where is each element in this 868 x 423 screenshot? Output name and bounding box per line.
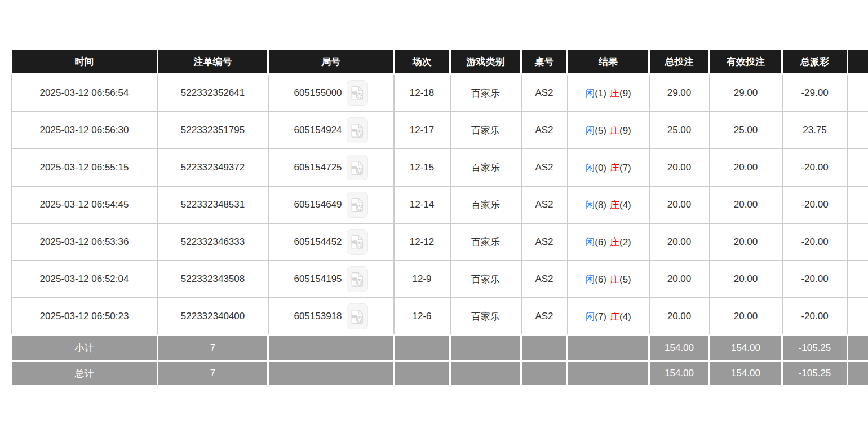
video-file-icon <box>350 309 365 324</box>
cell-valid-bet: 20.00 <box>710 149 782 186</box>
cell-result: 闲(7)庄(4) <box>568 298 649 336</box>
cell-time: 2025-03-12 06:52:04 <box>11 261 158 298</box>
video-replay-button[interactable] <box>347 192 368 218</box>
video-file-icon <box>350 122 365 138</box>
cell-payout: -20.00 <box>782 298 848 336</box>
summary-empty-cell <box>521 336 568 361</box>
round-wrap: 605154649 <box>294 192 367 218</box>
cell-extra <box>848 186 868 223</box>
table-row: 2025-03-12 06:56:54522332352641605155000… <box>11 74 868 112</box>
result-player-label: 闲 <box>585 162 595 173</box>
cell-payout: 23.75 <box>782 112 848 149</box>
video-file-icon <box>350 197 365 213</box>
round-wrap: 605155000 <box>294 80 367 106</box>
bet-records-table: 时间注单编号局号场次游戏类别桌号结果总投注有效投注总派彩 2025-03-12 … <box>10 50 868 387</box>
cell-bet-id: 522332346333 <box>158 223 268 261</box>
cell-table-no: AS2 <box>521 112 568 149</box>
cell-valid-bet: 29.00 <box>710 74 782 112</box>
summary-total-bet: 154.00 <box>649 336 710 361</box>
cell-time: 2025-03-12 06:56:54 <box>11 74 158 112</box>
cell-payout: -20.00 <box>782 261 848 298</box>
summary-empty-cell <box>268 361 394 386</box>
summary-empty-cell <box>268 336 394 361</box>
result-player-score: (8) <box>595 200 606 210</box>
result-banker-score: (5) <box>619 274 631 285</box>
video-replay-button[interactable] <box>347 266 368 292</box>
cell-valid-bet: 20.00 <box>710 261 782 298</box>
cell-session: 12-17 <box>394 112 450 149</box>
round-wrap: 605153918 <box>294 303 367 329</box>
table-row: 2025-03-12 06:55:15522332349372605154725… <box>11 149 868 186</box>
video-file-icon <box>350 234 365 250</box>
cell-result: 闲(8)庄(4) <box>568 186 649 223</box>
round-number: 605153918 <box>294 311 342 322</box>
cell-result: 闲(0)庄(7) <box>568 149 649 186</box>
result-banker-score: (2) <box>619 237 631 248</box>
summary-row: 总计7154.00154.00-105.25 <box>11 361 868 386</box>
cell-total-bet: 29.00 <box>649 74 710 112</box>
cell-extra <box>848 112 868 149</box>
cell-game-type: 百家乐 <box>450 223 521 261</box>
video-replay-button[interactable] <box>347 80 368 106</box>
round-number: 605154924 <box>294 125 342 136</box>
round-wrap: 605154725 <box>294 155 367 180</box>
summary-count: 7 <box>158 361 268 386</box>
cell-total-bet: 20.00 <box>649 223 710 261</box>
result-player-score: (1) <box>595 88 606 99</box>
cell-bet-id: 522332351795 <box>158 112 268 149</box>
summary-empty-cell <box>450 336 521 361</box>
table-row: 2025-03-12 06:54:45522332348531605154649… <box>11 186 868 223</box>
result-banker-score: (9) <box>619 88 631 99</box>
cell-time: 2025-03-12 06:55:15 <box>11 149 158 186</box>
round-number: 605154195 <box>294 274 342 285</box>
summary-label: 小计 <box>11 336 158 361</box>
result-banker-score: (9) <box>619 125 631 136</box>
cell-session: 12-15 <box>394 149 450 186</box>
cell-round: 605154452 <box>268 223 394 261</box>
cell-game-type: 百家乐 <box>450 261 521 298</box>
round-wrap: 605154195 <box>294 266 367 292</box>
result-banker-label: 庄 <box>610 88 619 99</box>
column-header-time: 时间 <box>11 50 158 74</box>
column-header-total_bet: 总投注 <box>649 50 710 74</box>
video-replay-button[interactable] <box>347 117 368 143</box>
summary-valid-bet: 154.00 <box>710 361 782 386</box>
result-player-score: (7) <box>595 311 606 322</box>
cell-extra <box>848 223 868 261</box>
result-banker-label: 庄 <box>610 237 619 248</box>
cell-valid-bet: 20.00 <box>710 298 782 336</box>
cell-round: 605153918 <box>268 298 394 336</box>
round-number: 605154452 <box>294 236 342 248</box>
cell-round: 605154649 <box>268 186 394 223</box>
cell-payout: -20.00 <box>782 149 848 186</box>
cell-result: 闲(5)庄(9) <box>568 112 649 149</box>
result-banker-label: 庄 <box>610 162 619 173</box>
summary-extra-cell <box>848 336 868 361</box>
cell-total-bet: 25.00 <box>649 112 710 149</box>
result-player-score: (6) <box>595 237 606 248</box>
cell-bet-id: 522332352641 <box>158 74 268 112</box>
cell-game-type: 百家乐 <box>450 298 521 336</box>
result-player-score: (5) <box>595 125 606 136</box>
result-player-label: 闲 <box>585 274 595 285</box>
result-player-score: (0) <box>595 162 606 173</box>
video-file-icon <box>350 271 365 287</box>
cell-time: 2025-03-12 06:53:36 <box>11 223 158 261</box>
video-file-icon <box>350 85 365 101</box>
cell-payout: -29.00 <box>782 74 848 112</box>
cell-table-no: AS2 <box>521 298 568 336</box>
video-replay-button[interactable] <box>347 155 368 180</box>
summary-empty-cell <box>450 361 521 386</box>
summary-valid-bet: 154.00 <box>710 336 782 361</box>
summary-count: 7 <box>158 336 268 361</box>
table-row: 2025-03-12 06:53:36522332346333605154452… <box>11 223 868 261</box>
column-header-table_no: 桌号 <box>521 50 568 74</box>
summary-empty-cell <box>521 361 568 386</box>
cell-valid-bet: 20.00 <box>710 186 782 223</box>
summary-payout: -105.25 <box>782 336 848 361</box>
video-replay-button[interactable] <box>347 229 368 255</box>
summary-payout: -105.25 <box>782 361 848 386</box>
cell-bet-id: 522332343508 <box>158 261 268 298</box>
video-replay-button[interactable] <box>347 303 368 329</box>
column-header-round: 局号 <box>268 50 394 74</box>
